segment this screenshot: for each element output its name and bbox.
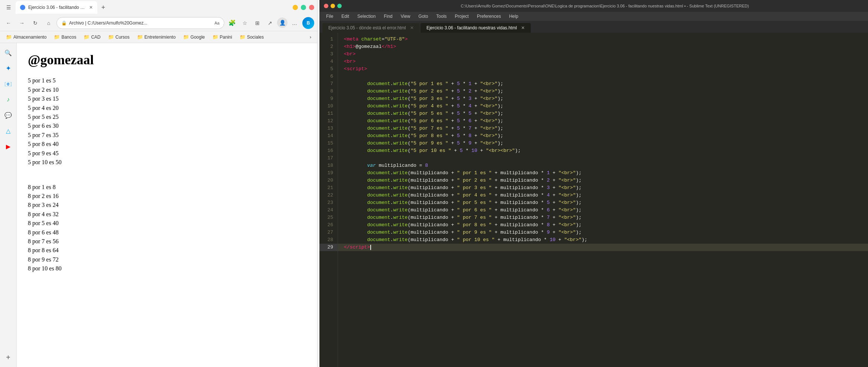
- menu-tools[interactable]: Tools: [433, 13, 451, 20]
- sublime-tab-2-close[interactable]: ✕: [521, 25, 525, 30]
- bookmark-cursos[interactable]: 📁 Cursos: [105, 33, 133, 41]
- page-title: @gomezaal: [28, 51, 306, 69]
- browser-window: ☰ Ejercicio 3.06 - facilitando nuestr ✕ …: [0, 0, 318, 367]
- profile-button[interactable]: 👤: [277, 17, 287, 28]
- code-line-10: document.write("5 por 4 es " + 5 * 4 + "…: [338, 103, 868, 110]
- line-item: 5 por 5 es 25: [28, 113, 306, 121]
- bookmark-cad[interactable]: 📁 CAD: [81, 33, 103, 41]
- code-line-8: document.write("5 por 2 es " + 5 * 2 + "…: [338, 88, 868, 95]
- settings-button[interactable]: …: [289, 17, 300, 29]
- sublime-close-button[interactable]: [324, 4, 328, 8]
- code-area[interactable]: <meta charset="UTF-8"> <h1>@gomezaal</h1…: [338, 33, 868, 367]
- sidebar-copilot-icon[interactable]: ✦: [1, 62, 15, 75]
- bookmark-sociales[interactable]: 📁 Sociales: [237, 33, 267, 41]
- sidebar-camo-icon[interactable]: △: [1, 124, 15, 137]
- new-tab-button[interactable]: +: [98, 2, 108, 13]
- bookmark-entretenimiento[interactable]: 📁 Entretenimiento: [134, 33, 179, 41]
- bookmarks-bar: 📁 Almacenamiento 📁 Bancos 📁 CAD 📁 Cursos…: [0, 31, 317, 43]
- menu-file[interactable]: File: [322, 13, 337, 20]
- menu-view[interactable]: View: [397, 13, 414, 20]
- line-item: 8 por 6 es 48: [28, 228, 306, 237]
- bookmark-bancos[interactable]: 📁 Bancos: [51, 33, 79, 41]
- line-num-22: 22: [319, 192, 338, 199]
- sidebar-toggle-icon[interactable]: ☰: [3, 2, 14, 13]
- line-item: 5 por 9 es 45: [28, 149, 306, 157]
- browser-tab-active[interactable]: Ejercicio 3.06 - facilitando nuestr ✕: [16, 1, 97, 14]
- folder-icon: 📁: [108, 34, 114, 40]
- sublime-maximize-button[interactable]: [337, 4, 342, 8]
- menu-find[interactable]: Find: [380, 13, 396, 20]
- sidebar-whatsapp-icon[interactable]: 💬: [1, 108, 15, 122]
- menu-goto[interactable]: Goto: [415, 13, 432, 20]
- line-num-4: 4: [319, 58, 338, 65]
- folder-icon: 📁: [240, 34, 246, 40]
- line-item: 5 por 2 es 10: [28, 86, 306, 94]
- code-line-22: document.write(multiplicando + " por 4 e…: [338, 192, 868, 199]
- code-line-4: <br>: [338, 58, 868, 65]
- collections-button[interactable]: ⊞: [252, 17, 263, 29]
- line-num-13: 13: [319, 125, 338, 132]
- bookmark-google[interactable]: 📁 Google: [180, 33, 208, 41]
- refresh-button[interactable]: ↻: [30, 17, 41, 29]
- line-num-14: 14: [319, 132, 338, 140]
- sublime-tab-1[interactable]: Ejercicio 3.05 - dónde está el error.htm…: [322, 23, 420, 33]
- extensions-button[interactable]: 🧩: [227, 17, 238, 29]
- code-line-20: document.write(multiplicando + " por 2 e…: [338, 177, 868, 184]
- line-num-26: 26: [319, 221, 338, 229]
- maximize-button[interactable]: □: [301, 5, 306, 10]
- line-num-27: 27: [319, 229, 338, 236]
- minimize-button[interactable]: −: [293, 5, 298, 10]
- nav-actions: 🧩 ☆ ⊞ ↗ 👤 …: [227, 17, 300, 29]
- code-line-2: <h1>@gomezaal</h1>: [338, 43, 868, 51]
- sublime-tab-2[interactable]: Ejercicio 3.06 - facilitando nuestras vi…: [420, 23, 531, 33]
- sidebar-spotify-icon[interactable]: ♪: [1, 93, 15, 106]
- line-item: 5 por 8 es 40: [28, 140, 306, 148]
- sublime-text-window: C:\Users\Arnulfo Gomez\Documents\Persona…: [319, 0, 868, 367]
- sidebar-outlook-icon[interactable]: 📧: [1, 77, 15, 91]
- bookmark-almacenamiento[interactable]: 📁 Almacenamiento: [3, 33, 49, 41]
- home-button[interactable]: ⌂: [43, 17, 54, 29]
- read-aloud-icon: Aa: [215, 21, 220, 25]
- close-button[interactable]: ✕: [309, 5, 314, 10]
- tab-close-button[interactable]: ✕: [89, 5, 93, 10]
- sublime-editor[interactable]: 1 2 3 4 5 6 7 8 9 10 11 12 13 14 15 16 1…: [319, 33, 868, 367]
- favorites-button[interactable]: ☆: [239, 17, 250, 29]
- menu-edit[interactable]: Edit: [338, 13, 353, 20]
- tab-favicon: [20, 5, 25, 10]
- code-line-28: document.write(multiplicando + " por 10 …: [338, 236, 868, 244]
- line-item: 8 por 1 es 8: [28, 183, 306, 191]
- folder-icon: 📁: [212, 34, 218, 40]
- multiplication-8-section: 8 por 1 es 8 8 por 2 es 16 8 por 3 es 24…: [28, 183, 306, 273]
- sublime-menu-bar: File Edit Selection Find View Goto Tools…: [319, 12, 868, 21]
- line-num-5: 5: [319, 65, 338, 73]
- bookmarks-more-button[interactable]: ›: [307, 33, 314, 41]
- sidebar-add-icon[interactable]: +: [1, 351, 15, 364]
- code-line-23: document.write(multiplicando + " por 5 e…: [338, 199, 868, 207]
- bookmark-panini[interactable]: 📁 Panini: [209, 33, 235, 41]
- code-line-9: document.write("5 por 3 es " + 5 * 3 + "…: [338, 95, 868, 103]
- line-num-16: 16: [319, 147, 338, 155]
- bing-button[interactable]: B: [302, 17, 314, 29]
- address-bar[interactable]: 🔒 Archivo | C:/Users/Arnulfo%20Gomez... …: [56, 17, 224, 29]
- lock-icon: 🔒: [61, 20, 67, 26]
- line-num-19: 19: [319, 169, 338, 177]
- share-button[interactable]: ↗: [264, 17, 276, 29]
- sidebar-youtube-icon[interactable]: ▶: [1, 140, 15, 153]
- code-line-25: document.write(multiplicando + " por 7 e…: [338, 214, 868, 221]
- sublime-tab-1-close[interactable]: ✕: [410, 25, 414, 30]
- line-item: 5 por 1 es 5: [28, 77, 306, 85]
- folder-icon: 📁: [84, 34, 90, 40]
- back-button[interactable]: ←: [3, 17, 14, 29]
- code-line-12: document.write("5 por 6 es " + 5 * 6 + "…: [338, 117, 868, 125]
- sublime-minimize-button[interactable]: [331, 4, 335, 8]
- code-line-26: document.write(multiplicando + " por 8 e…: [338, 221, 868, 229]
- menu-selection[interactable]: Selection: [354, 13, 379, 20]
- forward-button[interactable]: →: [16, 17, 27, 29]
- code-line-15: document.write("5 por 9 es " + 5 * 9 + "…: [338, 140, 868, 147]
- sidebar-search-icon[interactable]: 🔍: [1, 46, 15, 59]
- menu-help[interactable]: Help: [505, 13, 522, 20]
- code-line-6: [338, 73, 868, 80]
- line-item: 8 por 10 es 80: [28, 264, 306, 273]
- menu-preferences[interactable]: Preferences: [473, 13, 505, 20]
- menu-project[interactable]: Project: [451, 13, 472, 20]
